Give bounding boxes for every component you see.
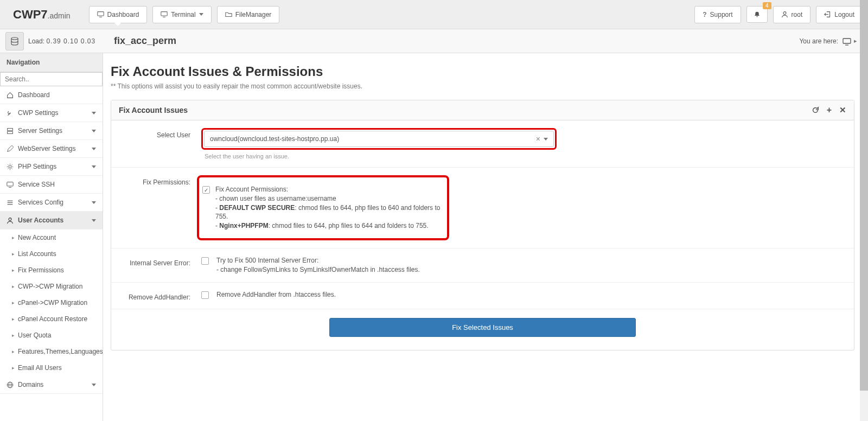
svg-rect-12 [7,182,13,186]
select-user-value: owncloud(owncloud.test-sites-hostpro.pp.… [210,135,533,143]
panel-fix-issues: Fix Account Issues + ✕ Select User owncl… [111,100,854,350]
sidebar-item-cwp-settings[interactable]: CWP Settings [0,104,103,122]
caret-down-icon [544,138,548,141]
sidebar-item-dashboard[interactable]: Dashboard [0,86,103,104]
tools-icon [7,110,14,117]
submit-row: Fix Selected Issues [111,309,854,350]
remove-addhandler-checkbox[interactable] [201,291,209,299]
chevron-down-icon [92,384,96,386]
monitor-icon [7,181,14,188]
terminal-label: Terminal [171,11,195,18]
gear-icon [7,163,14,170]
sidebar-item-php-settings[interactable]: PHP Settings [0,158,103,176]
logout-icon [824,11,831,18]
sidebar-item-ssh[interactable]: Service SSH [0,176,103,194]
monitor-icon [161,11,168,18]
sub-cpanel-migration[interactable]: cPanel->CWP Migration [0,295,103,311]
sidebar: Navigation Dashboard CWP Settings Server… [0,53,103,421]
sub-list-accounts[interactable]: List Accounts [0,246,103,262]
label-remove-addhandler: Remove AddHandler: [120,290,201,301]
monitor-icon [97,11,104,18]
sub-user-quota[interactable]: User Quota [0,327,103,343]
page-title: fix_acc_perm [103,35,176,47]
select-user-highlight: owncloud(owncloud.test-sites-hostpro.pp.… [201,128,557,150]
fix-permissions-text: Fix Account Permissions: - chown user fi… [215,185,442,231]
user-icon [781,11,788,18]
svg-rect-9 [8,128,13,130]
sidebar-item-domains[interactable]: Domains [0,376,103,394]
logout-label: Logout [834,11,854,18]
support-label: Support [710,11,733,18]
internal-error-text: Try to Fix 500 Internal Server Error: - … [216,256,420,275]
chevron-right-icon: ▸ [854,37,857,44]
internal-error-checkbox[interactable] [201,257,209,265]
panel-header: Fix Account Issues + ✕ [111,100,854,120]
server-icon [7,127,14,135]
fix-permissions-highlight: Fix Account Permissions: - chown user fi… [197,175,449,240]
label-fix-permissions: Fix Permissions: [120,175,201,186]
svg-rect-0 [97,12,103,16]
content: Fix Account Issues & Permissions ** This… [103,53,860,421]
svg-rect-7 [843,39,851,43]
breadcrumb: You are here: ▸ [799,37,868,45]
sub-cwp-migration[interactable]: CWP->CWP Migration [0,278,103,295]
folder-icon [225,11,232,18]
support-button[interactable]: ? Support [694,6,741,23]
dashboard-label: Dashboard [107,11,139,18]
refresh-icon[interactable] [812,106,819,114]
row-internal-error: Internal Server Error: Try to Fix 500 In… [111,248,854,283]
sidebar-item-webserver-settings[interactable]: WebServer Settings [0,140,103,158]
sidebar-item-server-settings[interactable]: Server Settings [0,122,103,140]
dashboard-button[interactable]: Dashboard [89,6,148,23]
bell-icon [754,11,761,18]
label-select-user: Select User [120,128,201,139]
sidebar-item-user-accounts[interactable]: User Accounts [0,212,103,229]
logo: CWP7.admin [5,8,78,22]
content-subtitle: ** This options will assist you to easil… [111,82,854,90]
select-user-dropdown[interactable]: owncloud(owncloud.test-sites-hostpro.pp.… [204,131,554,147]
sub-features[interactable]: Features,Themes,Languages [0,343,103,360]
sub-fix-permissions[interactable]: Fix Permissions [0,262,103,278]
logout-button[interactable]: Logout [816,6,863,23]
fix-selected-button[interactable]: Fix Selected Issues [329,318,636,337]
scrollbar-thumb[interactable] [860,0,868,391]
user-accounts-submenu: New Account List Accounts Fix Permission… [0,229,103,376]
notifications-button[interactable]: 4 [746,6,768,23]
row-remove-addhandler: Remove AddHandler: Remove AddHandler fro… [111,283,854,309]
label-internal-error: Internal Server Error: [120,256,201,267]
search-input[interactable] [0,72,103,86]
fix-permissions-checkbox[interactable] [202,186,210,194]
panel-title: Fix Account Issues [119,106,188,114]
chevron-down-icon [92,112,96,114]
plus-icon[interactable]: + [827,106,832,114]
monitor-icon[interactable] [843,37,850,44]
breadcrumb-label: You are here: [799,37,838,45]
user-label: root [792,11,803,18]
page-header: Load: 0.39 0.10 0.03 fix_acc_perm You ar… [0,29,868,53]
clear-icon[interactable]: × [533,135,544,143]
svg-rect-10 [8,131,13,133]
user-button[interactable]: root [773,6,811,23]
sidebar-item-services-config[interactable]: Services Config [0,194,103,212]
database-icon[interactable] [5,32,24,50]
select-user-help: Select the user having an issue. [201,150,845,160]
edit-icon [7,145,14,152]
svg-point-4 [756,16,757,17]
question-icon: ? [703,11,706,18]
svg-point-11 [9,165,11,168]
chevron-down-icon [92,130,96,132]
sub-cpanel-restore[interactable]: cPanel Account Restore [0,311,103,327]
load-box: Load: 0.39 0.10 0.03 [0,32,103,50]
scrollbar[interactable] [860,0,868,421]
svg-point-5 [783,12,786,15]
terminal-button[interactable]: Terminal [152,6,211,23]
remove-addhandler-text: Remove AddHandler from .htaccess files. [216,290,336,299]
nav-header: Navigation [0,53,103,72]
close-icon[interactable]: ✕ [839,106,846,114]
sub-new-account[interactable]: New Account [0,229,103,246]
sub-email-all[interactable]: Email All Users [0,360,103,376]
svg-point-17 [9,218,11,220]
svg-point-6 [11,37,18,40]
svg-rect-2 [161,12,167,16]
filemanager-button[interactable]: FileManager [217,6,280,23]
